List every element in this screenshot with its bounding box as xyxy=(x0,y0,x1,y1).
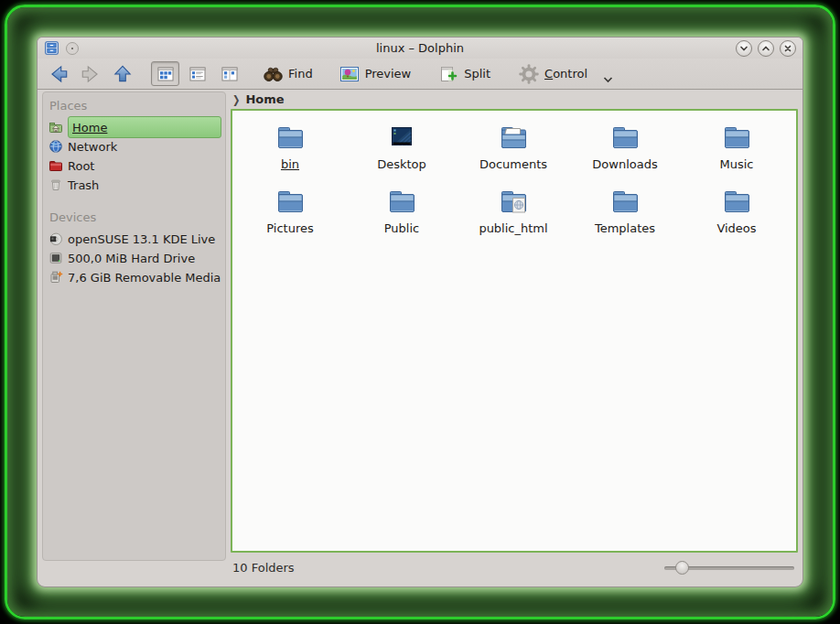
folder-icon xyxy=(609,187,641,218)
folder-icon xyxy=(721,123,752,154)
zoom-slider-handle[interactable] xyxy=(675,561,689,575)
close-button[interactable] xyxy=(780,40,796,57)
network-icon xyxy=(48,139,63,154)
disc-icon xyxy=(48,231,63,246)
dolphin-window: linux – Dolphin xyxy=(37,37,803,587)
sidebar-item-500-0-mib-hard-drive[interactable]: 500,0 MiB Hard Drive xyxy=(47,248,221,267)
sidebar-item-label: Home xyxy=(72,121,107,134)
folder-icon xyxy=(275,123,306,154)
folder-grid: bin Desktop Documents Downloads Music Pi… xyxy=(232,111,796,235)
folder-item-videos[interactable]: Videos xyxy=(683,187,791,235)
control-label: Control xyxy=(544,67,587,81)
gear-icon xyxy=(518,63,540,85)
folder-item-pictures[interactable]: Pictures xyxy=(236,187,344,235)
folder-label: Music xyxy=(720,157,754,171)
folder-item-bin[interactable]: bin xyxy=(236,123,344,171)
up-button[interactable] xyxy=(109,61,136,87)
folder-label: Downloads xyxy=(592,157,657,171)
sidebar-item-network[interactable]: Network xyxy=(47,136,221,156)
file-manager-app-icon[interactable] xyxy=(44,40,59,56)
folder-label: Pictures xyxy=(266,221,313,235)
binoculars-icon xyxy=(263,64,284,84)
on-all-desktops-button[interactable] xyxy=(66,42,79,55)
status-text: 10 Folders xyxy=(232,561,295,575)
maximize-button[interactable] xyxy=(758,40,774,57)
folder-item-public[interactable]: Public xyxy=(348,187,456,235)
sidebar-item-trash[interactable]: Trash xyxy=(47,175,221,194)
split-view-icon xyxy=(438,64,459,84)
icons-view-button[interactable] xyxy=(151,61,179,86)
preview-label: Preview xyxy=(365,67,412,81)
folder-item-templates[interactable]: Templates xyxy=(571,187,679,235)
folder-open-icon xyxy=(498,123,529,154)
folder-label: public_html xyxy=(479,221,547,235)
places-list: Home Network Root Trash xyxy=(47,117,221,194)
folder-item-documents[interactable]: Documents xyxy=(459,123,567,171)
places-header: Places xyxy=(47,96,221,117)
control-button[interactable]: Control xyxy=(515,61,616,87)
back-button[interactable] xyxy=(45,61,72,87)
window-body: Places Home Network Root Trash Devices o… xyxy=(38,90,802,586)
folder-label: bin xyxy=(281,157,299,171)
desktop-icon xyxy=(386,123,417,154)
folder-label: Documents xyxy=(479,157,547,171)
folder-icon xyxy=(609,123,641,154)
devices-list: openSUSE 13.1 KDE Live 500,0 MiB Hard Dr… xyxy=(47,229,221,286)
harddrive-icon xyxy=(48,251,63,265)
folder-view[interactable]: bin Desktop Documents Downloads Music Pi… xyxy=(231,109,798,553)
preview-button[interactable]: Preview xyxy=(336,62,415,86)
find-label: Find xyxy=(288,67,313,81)
breadcrumb-home[interactable]: Home xyxy=(245,92,284,106)
chevron-down-icon xyxy=(603,72,613,86)
sidebar-item-home[interactable]: Home xyxy=(47,117,221,136)
sidebar-item-label: openSUSE 13.1 KDE Live xyxy=(68,232,215,246)
folder-icon xyxy=(721,187,752,218)
folder-item-desktop[interactable]: Desktop xyxy=(348,123,456,171)
sidebar-item-7-6-gib-removable-media[interactable]: 7,6 GiB Removable Media xyxy=(47,267,221,286)
usb-icon xyxy=(48,270,63,285)
statusbar: 10 Folders xyxy=(231,553,798,586)
zoom-slider[interactable] xyxy=(664,561,794,575)
folder-item-music[interactable]: Music xyxy=(683,123,791,171)
folder-icon xyxy=(275,187,306,218)
folder-label: Templates xyxy=(595,221,655,235)
places-panel: Places Home Network Root Trash Devices o… xyxy=(42,91,226,561)
titlebar[interactable]: linux – Dolphin xyxy=(38,38,802,59)
sidebar-item-label: 7,6 GiB Removable Media xyxy=(68,271,221,285)
preview-image-icon xyxy=(339,64,361,84)
folder-label: Public xyxy=(384,221,419,235)
sidebar-item-label: 500,0 MiB Hard Drive xyxy=(68,252,195,265)
sidebar-item-label: Trash xyxy=(68,178,99,192)
forward-button[interactable] xyxy=(77,61,104,87)
folder-item-public-html[interactable]: public_html xyxy=(459,187,567,235)
columns-view-button[interactable] xyxy=(215,61,243,86)
split-label: Split xyxy=(464,67,490,81)
main-area: ❯ Home bin Desktop Documents Downloads xyxy=(231,90,798,586)
root-icon xyxy=(48,158,63,173)
home-icon xyxy=(48,120,63,134)
main-toolbar: Find Preview Split xyxy=(38,59,802,90)
folder-item-downloads[interactable]: Downloads xyxy=(571,123,679,171)
split-button[interactable]: Split xyxy=(436,62,493,86)
window-title: linux – Dolphin xyxy=(209,41,631,55)
folder-html-icon xyxy=(498,187,529,218)
sidebar-item-label: Network xyxy=(68,140,117,154)
folder-label: Desktop xyxy=(377,157,426,171)
minimize-button[interactable] xyxy=(736,40,752,57)
details-view-button[interactable] xyxy=(183,61,211,86)
sidebar-item-root[interactable]: Root xyxy=(47,156,221,175)
breadcrumb-arrow-icon: ❯ xyxy=(232,93,240,105)
folder-label: Videos xyxy=(716,221,756,235)
find-button[interactable]: Find xyxy=(260,62,316,86)
trash-icon xyxy=(48,178,63,192)
breadcrumb[interactable]: ❯ Home xyxy=(231,90,798,109)
folder-icon xyxy=(386,187,417,218)
sidebar-item-opensuse-13-1-kde-live[interactable]: openSUSE 13.1 KDE Live xyxy=(47,229,221,248)
devices-header: Devices xyxy=(47,208,221,229)
sidebar-item-label: Root xyxy=(68,159,94,173)
